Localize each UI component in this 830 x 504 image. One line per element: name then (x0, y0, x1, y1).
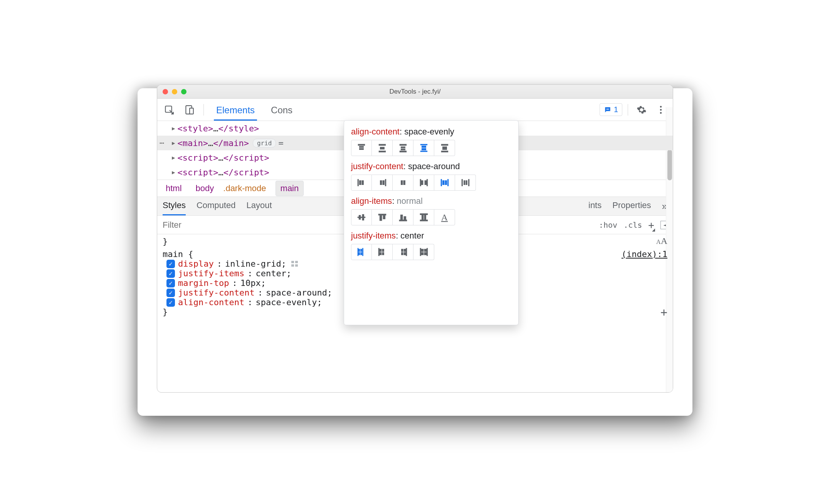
svg-rect-34 (421, 181, 423, 185)
svg-rect-3 (607, 109, 609, 109)
crumb-body[interactable]: body.dark-mode (186, 181, 276, 196)
prop-value[interactable]: 10px; (240, 278, 266, 288)
subtab-properties[interactable]: Properties (612, 200, 651, 215)
subtab-computed[interactable]: Computed (197, 200, 236, 215)
flyout-option[interactable] (393, 244, 413, 260)
separator (628, 104, 628, 116)
svg-rect-42 (464, 181, 465, 185)
svg-rect-16 (400, 151, 406, 152)
prop-name[interactable]: justify-content (178, 288, 255, 297)
flyout-option[interactable] (455, 175, 476, 191)
svg-rect-27 (385, 179, 386, 186)
enable-checkbox[interactable]: ✓ (166, 260, 175, 268)
svg-rect-49 (383, 216, 385, 219)
tag-close: </main> (213, 138, 249, 148)
flyout-option[interactable] (434, 175, 455, 191)
svg-rect-48 (380, 216, 381, 221)
prop-value[interactable]: inline-grid; (225, 259, 286, 269)
tab-console[interactable]: Cons (269, 105, 295, 121)
tag-close: </script> (223, 168, 269, 177)
scrollbar-thumb[interactable] (667, 150, 672, 180)
flyout-option[interactable] (413, 244, 434, 260)
subtab-styles[interactable]: Styles (163, 200, 186, 215)
flyout-option[interactable] (372, 244, 393, 260)
expand-arrow-icon[interactable]: ▶ (172, 140, 175, 146)
issues-badge[interactable]: 1 (600, 103, 622, 116)
flyout-option[interactable] (393, 140, 413, 156)
svg-rect-52 (404, 217, 406, 220)
expand-arrow-icon[interactable]: ▶ (172, 169, 175, 175)
svg-rect-17 (420, 144, 427, 145)
prop-value[interactable]: space-evenly; (255, 297, 322, 307)
flyout-option[interactable] (434, 140, 455, 156)
tag-open: <main> (177, 138, 208, 148)
flyout-option[interactable] (413, 175, 434, 191)
enable-checkbox[interactable]: ✓ (166, 279, 175, 287)
rule-source-link[interactable]: (index):1 (622, 249, 667, 259)
svg-rect-67 (382, 252, 384, 255)
window-title: DevTools - jec.fyi/ (157, 88, 673, 96)
svg-rect-40 (462, 179, 462, 186)
flyout-section-align-items: align-items: normalA (351, 196, 511, 225)
svg-rect-33 (427, 179, 427, 186)
inspect-icon[interactable] (161, 102, 177, 118)
grid-badge[interactable]: grid (253, 139, 276, 148)
flyout-option[interactable] (351, 244, 372, 260)
prop-value[interactable]: center; (255, 269, 291, 278)
svg-rect-32 (420, 179, 421, 186)
prop-name[interactable]: justify-items (178, 269, 244, 278)
flyout-option[interactable] (351, 140, 372, 156)
new-style-rule-button[interactable]: + (648, 219, 654, 231)
cls-toggle[interactable]: .cls (623, 220, 642, 230)
prop-name[interactable]: display (178, 259, 214, 269)
flyout-title: justify-items: center (351, 231, 511, 241)
flyout-option[interactable]: A (434, 209, 455, 225)
subtab-partial[interactable]: ints (588, 200, 601, 215)
devtools-window: DevTools - jec.fyi/ Elements Cons 1 (157, 84, 673, 393)
flyout-option[interactable] (372, 175, 393, 191)
prop-name[interactable]: align-content (178, 297, 244, 307)
prop-name[interactable]: margin-top (178, 278, 229, 288)
tag-open: <script> (177, 168, 218, 177)
expand-arrow-icon[interactable]: ▶ (172, 155, 175, 161)
device-toggle-icon[interactable] (181, 102, 197, 118)
svg-rect-75 (421, 249, 423, 252)
subtab-layout[interactable]: Layout (246, 200, 272, 215)
svg-rect-68 (406, 248, 407, 256)
svg-rect-55 (422, 215, 423, 220)
flyout-option[interactable] (351, 175, 372, 191)
gear-icon[interactable] (633, 102, 650, 118)
svg-rect-13 (400, 144, 406, 145)
flyout-option[interactable] (372, 209, 393, 225)
svg-rect-53 (420, 213, 428, 215)
tag-open: <style> (177, 124, 213, 133)
svg-rect-36 (441, 179, 442, 186)
flyout-option[interactable] (413, 140, 434, 156)
add-rule-button[interactable]: + (660, 306, 667, 319)
hov-toggle[interactable]: :hov (599, 220, 617, 230)
titlebar: DevTools - jec.fyi/ (157, 85, 673, 99)
svg-rect-74 (427, 248, 427, 256)
enable-checkbox[interactable]: ✓ (166, 298, 175, 307)
svg-rect-8 (360, 146, 364, 148)
expand-arrow-icon[interactable]: ▶ (172, 125, 175, 131)
flyout-option[interactable] (413, 209, 434, 225)
enable-checkbox[interactable]: ✓ (166, 289, 175, 297)
flyout-option[interactable] (351, 209, 372, 225)
flyout-option[interactable] (393, 175, 413, 191)
enable-checkbox[interactable]: ✓ (166, 269, 175, 278)
svg-rect-24 (358, 179, 358, 186)
svg-rect-21 (441, 144, 448, 145)
crumb-main[interactable]: main (276, 181, 304, 196)
flyout-option[interactable] (372, 140, 393, 156)
row-actions-icon[interactable]: ⋯ (160, 138, 164, 148)
svg-rect-50 (399, 220, 407, 221)
grid-editor-icon[interactable] (291, 260, 299, 267)
crumb-html[interactable]: html (161, 181, 186, 196)
tab-elements[interactable]: Elements (214, 105, 257, 121)
svg-rect-57 (358, 249, 360, 252)
flyout-option[interactable] (393, 209, 413, 225)
svg-rect-72 (404, 252, 405, 255)
prop-value[interactable]: space-around; (266, 288, 332, 297)
svg-rect-45 (359, 215, 361, 220)
